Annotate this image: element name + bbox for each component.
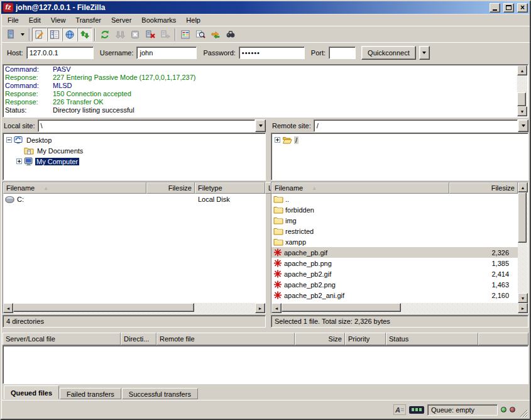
column-header-filename[interactable]: Filename▲ <box>3 182 146 194</box>
tab-successful-transfers[interactable]: Successful transfers <box>122 388 198 399</box>
menu-help[interactable]: Help <box>181 15 205 25</box>
tab-queued-files[interactable]: Queued files <box>4 385 59 399</box>
remote-row[interactable]: apache_pb2.png 1,463 <box>271 279 518 290</box>
expand-icon[interactable] <box>275 137 280 143</box>
remote-row-selected[interactable]: apache_pb.gif 2,326 <box>271 247 518 258</box>
remote-row[interactable]: apache_pb2.gif 2,414 <box>271 268 518 279</box>
toggle-transfer-queue-button[interactable] <box>77 28 92 41</box>
reconnect-button[interactable] <box>158 28 173 41</box>
port-input[interactable] <box>329 47 356 59</box>
filter-button[interactable] <box>178 28 193 41</box>
filesize-text: 2,160 <box>449 292 518 299</box>
column-header-filesize[interactable]: Filesize <box>146 182 195 194</box>
column-header-server-local-file[interactable]: Server/Local file <box>3 333 121 345</box>
scroll-down-icon[interactable]: ▼ <box>517 106 527 116</box>
menu-server[interactable]: Server <box>106 15 136 25</box>
queue-list[interactable] <box>3 345 528 384</box>
remote-list-body[interactable]: .. forbidden <box>271 194 518 303</box>
password-input[interactable]: •••••• <box>239 47 305 59</box>
cancel-operation-button[interactable] <box>128 28 143 41</box>
tree-item-desktop[interactable]: Desktop <box>4 135 265 145</box>
remote-site-dropdown-button[interactable] <box>518 119 528 132</box>
scroll-up-icon[interactable]: ▲ <box>518 182 528 192</box>
tree-item-my-computer[interactable]: My Computer <box>4 156 265 167</box>
column-header-priority[interactable]: Priority <box>345 333 386 345</box>
resize-grip[interactable] <box>518 408 528 417</box>
tree-item-my-documents[interactable]: My Documents <box>4 145 265 156</box>
remote-row[interactable]: .. <box>271 194 518 204</box>
scroll-thumb[interactable] <box>13 303 194 312</box>
tree-item-label: Desktop <box>25 136 53 144</box>
scroll-left-icon[interactable]: ◄ <box>271 303 282 313</box>
process-queue-button[interactable] <box>112 28 128 41</box>
close-icon: × <box>520 4 525 11</box>
quickconnect-button[interactable]: Quickconnect <box>361 46 416 60</box>
column-header-filename[interactable]: Filename▲ <box>271 182 449 194</box>
local-list-body[interactable]: C: Local Disk <box>3 194 265 303</box>
remote-row[interactable]: img <box>271 215 518 226</box>
find-files-button[interactable] <box>223 28 238 41</box>
collapse-icon[interactable] <box>6 137 12 143</box>
scroll-thumb[interactable] <box>517 92 526 106</box>
menu-file[interactable]: File <box>3 15 24 25</box>
column-header-filesize[interactable]: Filesize <box>449 182 518 194</box>
menu-transfer[interactable]: Transfer <box>70 15 106 25</box>
remote-row[interactable]: apache_pb.png 1,385 <box>271 258 518 268</box>
column-header-direction[interactable]: Directi... <box>121 333 156 345</box>
toggle-message-log-button[interactable] <box>32 28 47 41</box>
scroll-right-icon[interactable]: ► <box>255 303 265 313</box>
toggle-remote-tree-button[interactable] <box>62 28 77 41</box>
scroll-thumb[interactable] <box>518 192 527 243</box>
local-file-list: Filename▲ Filesize Filetype L <box>3 182 266 314</box>
speed-limits-icon[interactable] <box>409 406 424 414</box>
scroll-down-icon[interactable]: ▼ <box>518 293 528 303</box>
menu-view[interactable]: View <box>46 15 71 25</box>
remote-row[interactable]: forbidden <box>271 204 518 215</box>
menu-edit[interactable]: Edit <box>24 15 46 25</box>
directory-comparison-button[interactable] <box>193 28 208 41</box>
log-scrollbar[interactable]: ▲ ▼ <box>517 65 527 116</box>
column-header-size[interactable]: Size <box>295 333 345 345</box>
close-button[interactable]: × <box>517 3 528 13</box>
queue-header: Server/Local file Directi... Remote file… <box>3 333 528 345</box>
scroll-up-icon[interactable]: ▲ <box>517 65 527 75</box>
disconnect-button[interactable] <box>143 28 158 41</box>
remote-site-combobox[interactable]: / <box>314 119 528 132</box>
local-site-value[interactable]: \ <box>38 119 255 132</box>
scroll-thumb[interactable] <box>282 303 401 312</box>
remote-vertical-scrollbar[interactable]: ▲ ▼ <box>518 182 528 303</box>
local-site-dropdown-button[interactable] <box>255 119 266 132</box>
remote-row[interactable]: restricted <box>271 226 518 236</box>
site-manager-button[interactable] <box>3 28 18 41</box>
column-header-filetype[interactable]: Filetype <box>195 182 265 194</box>
menu-bookmarks[interactable]: Bookmarks <box>136 15 181 25</box>
expand-icon[interactable] <box>16 158 22 164</box>
maximize-button[interactable] <box>503 3 514 13</box>
column-header-status[interactable]: Status <box>386 333 478 345</box>
window-title: john@127.0.0.1 - FileZilla <box>16 3 486 12</box>
scroll-right-icon[interactable]: ► <box>518 303 528 313</box>
local-row-c-drive[interactable]: C: Local Disk <box>3 194 265 204</box>
local-horizontal-scrollbar[interactable]: ◄ ► <box>3 303 265 313</box>
remote-row[interactable]: apache_pb2_ani.gif 2,160 <box>271 290 518 301</box>
quickconnect-dropdown-button[interactable] <box>419 46 430 60</box>
ascii-data-type-icon[interactable]: A <box>393 404 406 415</box>
username-input[interactable]: john <box>136 47 197 59</box>
local-site-label: Local site: <box>4 122 35 130</box>
tree-item-root[interactable]: / <box>272 135 527 145</box>
minimize-button[interactable] <box>490 3 500 13</box>
column-header-remote-file[interactable]: Remote file <box>156 333 295 345</box>
remote-row[interactable]: xampp <box>271 236 518 247</box>
site-manager-dropdown-button[interactable] <box>18 28 27 41</box>
refresh-button[interactable] <box>97 28 112 41</box>
synchronized-browsing-button[interactable] <box>208 28 223 41</box>
tab-failed-transfers[interactable]: Failed transfers <box>60 388 121 399</box>
remote-horizontal-scrollbar[interactable]: ◄ ► <box>271 303 528 313</box>
toggle-local-tree-button[interactable] <box>47 28 62 41</box>
remote-list-header: Filename▲ Filesize <box>271 182 518 194</box>
scroll-left-icon[interactable]: ◄ <box>3 303 13 313</box>
message-log: Command: PASV Response: 227 Entering Pas… <box>3 64 528 118</box>
local-site-combobox[interactable]: \ <box>38 119 266 132</box>
remote-site-value[interactable]: / <box>314 119 518 132</box>
host-input[interactable]: 127.0.0.1 <box>26 47 94 59</box>
